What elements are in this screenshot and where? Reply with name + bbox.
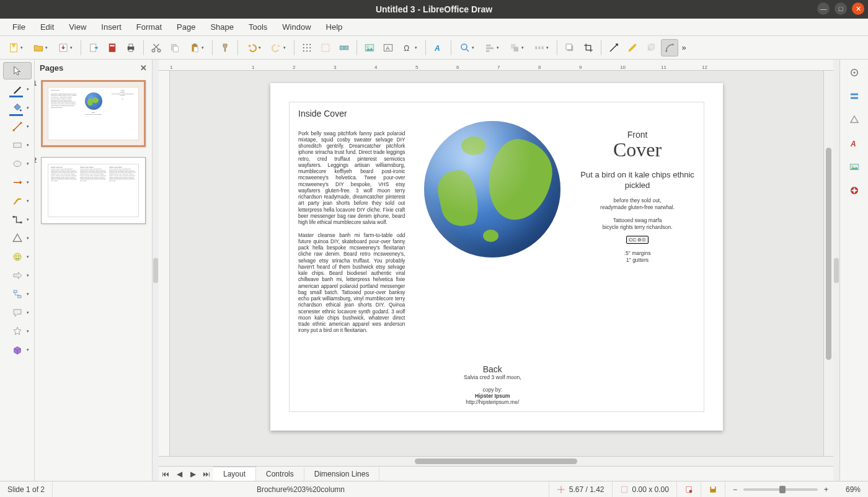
distribute-button[interactable] xyxy=(529,39,553,56)
svg-rect-26 xyxy=(345,46,348,50)
menu-shape[interactable]: Shape xyxy=(203,20,241,34)
tab-layout[interactable]: Layout xyxy=(213,467,256,481)
status-slide: Slide 1 of 2 xyxy=(0,481,53,497)
fontwork-button[interactable]: A xyxy=(430,39,447,56)
right-panel-collapse-handle[interactable] xyxy=(833,60,839,481)
print-button[interactable] xyxy=(122,39,140,56)
arrow-tool[interactable] xyxy=(3,174,32,191)
menu-tools[interactable]: Tools xyxy=(241,20,275,34)
grid-button[interactable] xyxy=(298,39,316,56)
panel-collapse-handle[interactable] xyxy=(153,60,159,481)
drawing-stage[interactable]: Inside Cover Pork belly swag pitchfork f… xyxy=(170,71,823,456)
tab-controls[interactable]: Controls xyxy=(256,467,304,481)
open-button[interactable] xyxy=(29,39,52,56)
callouts-tool[interactable] xyxy=(3,304,32,321)
curve-tool[interactable] xyxy=(3,192,32,210)
page-thumbnail-2[interactable]: 2 Inside Fold LeftLorem ipsum dolor sit … xyxy=(41,157,146,224)
status-save-icon[interactable] xyxy=(701,481,725,497)
symbol-shapes-tool[interactable] xyxy=(3,248,32,266)
paste-button[interactable] xyxy=(185,39,208,56)
stars-tool[interactable] xyxy=(3,323,32,340)
first-slide-button[interactable]: ⏮ xyxy=(159,470,172,478)
extrusion-button[interactable] xyxy=(642,39,660,56)
insert-image-button[interactable] xyxy=(361,39,378,56)
basic-shapes-tool[interactable] xyxy=(3,230,32,247)
cut-button[interactable] xyxy=(148,39,165,56)
crop-button[interactable] xyxy=(580,39,597,56)
export-pdf-button[interactable] xyxy=(104,39,121,56)
shapes-tab-icon[interactable] xyxy=(845,110,864,129)
3d-tool[interactable] xyxy=(3,341,32,359)
front-lines-1: before they sold out, readymade gluten-f… xyxy=(600,197,675,211)
menu-edit[interactable]: Edit xyxy=(33,20,61,34)
menu-window[interactable]: Window xyxy=(275,20,318,34)
redo-button[interactable] xyxy=(267,39,290,56)
status-signature-icon[interactable] xyxy=(677,481,701,497)
toolbar-overflow-button[interactable]: » xyxy=(680,39,688,56)
styles-tab-icon[interactable] xyxy=(845,87,864,105)
vertical-ruler[interactable] xyxy=(159,71,170,456)
inside-cover-para1: Pork belly swag pitchfork fanny pack pol… xyxy=(298,131,405,226)
menu-view[interactable]: View xyxy=(61,20,94,34)
copy-button[interactable] xyxy=(166,39,184,56)
insert-special-char-button[interactable]: Ω xyxy=(398,39,422,56)
line-color-tool[interactable] xyxy=(3,81,32,98)
zoom-out-button[interactable]: − xyxy=(733,485,737,494)
menu-page[interactable]: Page xyxy=(169,20,203,34)
zoom-value[interactable]: 69% xyxy=(846,485,861,494)
zoom-controls[interactable]: − + 69% xyxy=(725,481,868,497)
svg-text:Ω: Ω xyxy=(404,43,409,52)
horizontal-ruler[interactable]: 1123456789101112 xyxy=(159,60,833,71)
shadow-button[interactable] xyxy=(561,39,578,56)
ellipse-tool[interactable] xyxy=(3,155,32,172)
page-canvas[interactable]: Inside Cover Pork belly swag pitchfork f… xyxy=(270,83,723,431)
last-slide-button[interactable]: ⏭ xyxy=(200,470,213,478)
undo-button[interactable] xyxy=(242,39,265,56)
line-tool[interactable] xyxy=(3,118,32,135)
next-slide-button[interactable]: ▶ xyxy=(186,470,200,478)
window-maximize-button[interactable]: □ xyxy=(835,2,847,15)
glue-points-button[interactable] xyxy=(624,39,641,56)
block-arrows-tool[interactable] xyxy=(3,267,32,284)
fill-color-tool[interactable] xyxy=(3,99,32,117)
draw-functions-button[interactable] xyxy=(661,39,678,56)
properties-tab-icon[interactable] xyxy=(845,63,864,82)
vertical-scrollbar[interactable] xyxy=(823,71,833,456)
flowchart-tool[interactable] xyxy=(3,285,32,303)
save-button[interactable] xyxy=(53,39,77,56)
svg-point-49 xyxy=(12,130,14,132)
menu-help[interactable]: Help xyxy=(319,20,350,34)
zoom-button[interactable] xyxy=(455,39,479,56)
menu-format[interactable]: Format xyxy=(129,20,169,34)
window-minimize-button[interactable]: — xyxy=(817,2,830,15)
arrange-button[interactable] xyxy=(505,39,528,56)
connector-tool[interactable] xyxy=(3,211,32,228)
fontwork-tab-icon[interactable]: A xyxy=(845,134,864,153)
svg-rect-55 xyxy=(20,222,22,223)
zoom-slider[interactable] xyxy=(743,488,818,491)
prev-slide-button[interactable]: ◀ xyxy=(172,470,186,478)
export-button[interactable] xyxy=(85,39,102,56)
menu-file[interactable]: File xyxy=(5,20,33,34)
menu-insert[interactable]: Insert xyxy=(94,20,129,34)
edit-points-button[interactable] xyxy=(605,39,622,56)
window-close-button[interactable]: ✕ xyxy=(852,2,864,15)
page-thumbnail-1[interactable]: 1 Inside CoverPork belly swag pitchfork … xyxy=(41,80,146,147)
pages-panel-close-icon[interactable]: ✕ xyxy=(140,63,147,73)
clone-format-button[interactable] xyxy=(216,39,234,56)
new-button[interactable] xyxy=(4,39,27,56)
rectangle-tool[interactable] xyxy=(3,137,32,154)
navigator-tab-icon[interactable] xyxy=(845,181,864,200)
tab-dimension-lines[interactable]: Dimension Lines xyxy=(304,467,380,481)
align-button[interactable] xyxy=(480,39,503,56)
insert-textbox-button[interactable]: A xyxy=(379,39,397,56)
snap-guides-button[interactable] xyxy=(317,39,334,56)
svg-point-45 xyxy=(665,50,667,51)
horizontal-scrollbar[interactable] xyxy=(159,456,833,466)
crosshair-icon xyxy=(557,485,565,494)
select-tool[interactable] xyxy=(3,62,32,79)
gallery-tab-icon[interactable] xyxy=(845,158,864,176)
glue-button[interactable] xyxy=(335,39,353,56)
zoom-in-button[interactable]: + xyxy=(824,485,828,494)
back-title: Back xyxy=(464,364,521,374)
